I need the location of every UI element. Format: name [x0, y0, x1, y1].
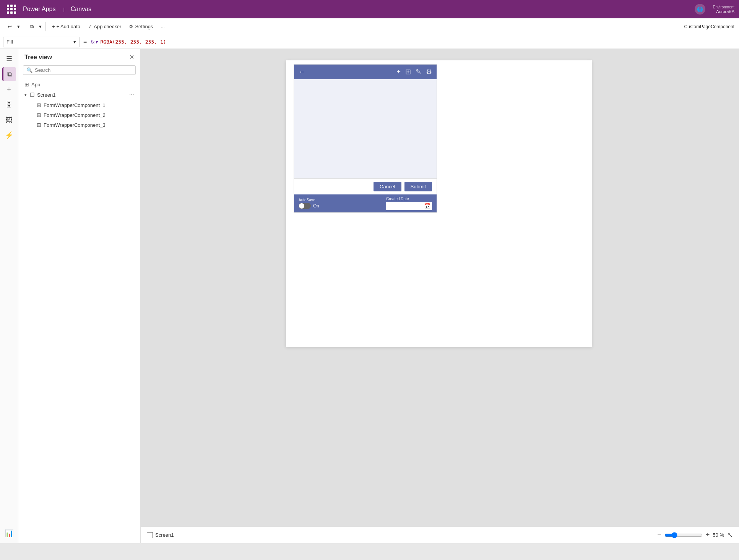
environment-info: Environment AuroraBA	[713, 5, 734, 14]
zoom-controls: − + 50 %	[657, 531, 724, 539]
environment-label: Environment	[713, 5, 734, 9]
copy-dropdown[interactable]: ▾	[38, 22, 42, 31]
media-button[interactable]: 🖼	[2, 113, 16, 127]
variables-button[interactable]: 📊	[2, 526, 16, 540]
property-dropdown[interactable]: Fill ▾	[3, 37, 80, 47]
tree-item-screen1[interactable]: ▾ ☐ Screen1 ···	[18, 89, 140, 100]
toggle-container: On	[299, 203, 319, 209]
fx-chevron: ▾	[95, 39, 98, 45]
component-name: CustomPageComponent	[684, 24, 734, 29]
component-footer: Cancel Submit	[294, 178, 437, 194]
tree-header: Tree view ✕	[18, 49, 140, 65]
search-icon: 🔍	[26, 67, 32, 73]
copy-button[interactable]: ⧉	[27, 22, 37, 31]
top-bar: Power Apps | Canvas 🌐 Environment Aurora…	[0, 0, 739, 18]
component-header: ← + ⊞ ✎ ⚙	[294, 65, 437, 79]
menu-button[interactable]: ☰	[2, 52, 16, 66]
formula-bar: Fill ▾ = fx ▾	[0, 35, 739, 49]
toolbar-separator-1	[24, 22, 24, 31]
toggle-thumb	[299, 203, 304, 209]
app-checker-button[interactable]: ✓ App checker	[85, 22, 124, 31]
tree-close-button[interactable]: ✕	[129, 53, 134, 61]
screen1-label: Screen1	[37, 92, 127, 98]
component-card: ← + ⊞ ✎ ⚙ Cancel Submit AutoSav	[294, 64, 437, 213]
add-data-button[interactable]: + + Add data	[49, 22, 83, 31]
submit-button[interactable]: Submit	[404, 182, 432, 191]
add-icon: +	[52, 24, 55, 29]
screen1-more[interactable]: ···	[129, 91, 134, 98]
apps-grid-button[interactable]	[5, 2, 18, 16]
search-input[interactable]	[35, 67, 132, 73]
fx-label: fx	[91, 39, 94, 45]
undo-dropdown[interactable]: ▾	[16, 22, 21, 31]
zoom-slider[interactable]	[664, 532, 703, 538]
screen1-icon: ☐	[30, 92, 35, 98]
app-label: App	[31, 82, 134, 87]
zoom-in-button[interactable]: +	[706, 531, 710, 539]
dropdown-chevron: ▾	[73, 39, 76, 45]
tree-panel: Tree view ✕ 🔍 ⊞ App ▾ ☐ Screen1 ··· ⊞ Fo	[18, 49, 141, 543]
tree-item-fw3[interactable]: ⊞ FormWrapperComponent_3	[18, 120, 140, 130]
edit-button[interactable]: ✎	[416, 68, 421, 76]
fw1-label: FormWrapperComponent_1	[44, 102, 134, 108]
canvas-area[interactable]: ← + ⊞ ✎ ⚙ Cancel Submit AutoSav	[141, 49, 739, 543]
fw1-icon: ⊞	[37, 102, 41, 108]
settings-button[interactable]: ⚙ Settings	[126, 22, 156, 31]
component-bottom: AutoSave On Created Date 📅	[294, 194, 437, 212]
fw2-label: FormWrapperComponent_2	[44, 112, 134, 118]
more-button[interactable]: ...	[158, 22, 168, 31]
zoom-out-button[interactable]: −	[657, 531, 661, 539]
fx-button[interactable]: fx ▾	[91, 39, 98, 45]
canvas-label: Canvas	[71, 6, 91, 13]
fullscreen-button[interactable]: ⤡	[727, 531, 733, 539]
tree-item-fw2[interactable]: ⊞ FormWrapperComponent_2	[18, 110, 140, 120]
tree-items: ⊞ App ▾ ☐ Screen1 ··· ⊞ FormWrapperCompo…	[18, 78, 140, 131]
checker-icon: ✓	[88, 24, 92, 29]
autosave-section: AutoSave On	[299, 198, 319, 209]
search-box: 🔍	[23, 65, 136, 75]
gear-icon: ⚙	[129, 24, 133, 29]
zoom-percent: 50 %	[713, 532, 724, 538]
add-button[interactable]: +	[396, 68, 401, 76]
fw2-icon: ⊞	[37, 112, 41, 118]
settings-label: Settings	[135, 24, 153, 29]
calendar-icon: 📅	[424, 203, 430, 209]
toggle-label: On	[313, 203, 319, 209]
screen-icon	[147, 532, 153, 538]
title-separator: |	[63, 6, 64, 12]
back-button[interactable]: ←	[299, 68, 305, 76]
property-label: Fill	[6, 39, 13, 45]
date-input[interactable]: 📅	[386, 202, 432, 210]
fw3-icon: ⊞	[37, 122, 41, 128]
app-checker-label: App checker	[94, 24, 121, 29]
toolbar-separator-2	[45, 22, 46, 31]
fw3-label: FormWrapperComponent_3	[44, 122, 134, 128]
tree-view-title: Tree view	[24, 54, 52, 61]
comp-settings-button[interactable]: ⚙	[426, 68, 432, 76]
cancel-button[interactable]: Cancel	[374, 182, 401, 191]
environment-icon: 🌐	[695, 4, 705, 15]
undo-button[interactable]: ↩	[5, 22, 15, 31]
add-control-button[interactable]: +	[2, 83, 16, 96]
component-body	[294, 79, 437, 178]
power-automate-button[interactable]: ⚡	[2, 128, 16, 142]
tree-item-fw1[interactable]: ⊞ FormWrapperComponent_1	[18, 100, 140, 110]
autosave-label: AutoSave	[299, 198, 319, 202]
main-layout: ☰ ⧉ + 🗄 🖼 ⚡ 📊 Tree view ✕ 🔍 ⊞ App ▾ ☐	[0, 49, 739, 543]
app-icon: ⊞	[24, 81, 29, 87]
filter-button[interactable]: ⊞	[405, 68, 411, 76]
created-date-label: Created Date	[386, 197, 432, 201]
grid-icon	[7, 5, 16, 14]
data-button[interactable]: 🗄	[2, 98, 16, 112]
created-date-section: Created Date 📅	[386, 197, 432, 210]
equals-sign: =	[83, 39, 87, 45]
sidebar-icons: ☰ ⧉ + 🗄 🖼 ⚡ 📊	[0, 49, 18, 543]
tree-item-app[interactable]: ⊞ App	[18, 79, 140, 89]
app-name: Power Apps	[23, 6, 55, 13]
canvas-frame: ← + ⊞ ✎ ⚙ Cancel Submit AutoSav	[286, 60, 592, 347]
autosave-toggle[interactable]	[299, 203, 311, 209]
screen-label: Screen1	[155, 532, 174, 538]
layers-button[interactable]: ⧉	[2, 67, 16, 81]
add-data-label: + Add data	[57, 24, 81, 29]
formula-input[interactable]	[100, 37, 736, 47]
